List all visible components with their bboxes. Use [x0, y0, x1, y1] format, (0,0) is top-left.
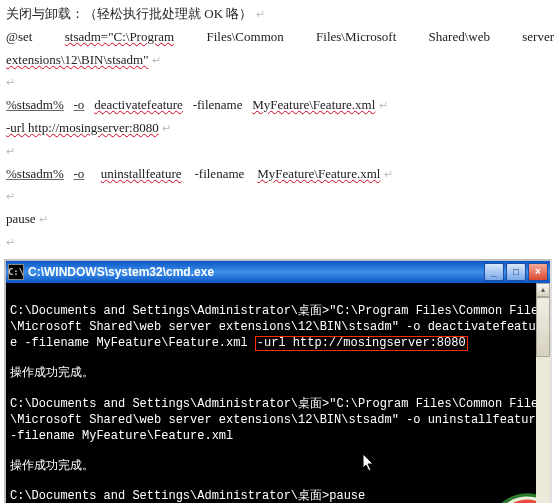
t: %stsadm% [6, 166, 64, 181]
console-line: C:\Documents and Settings\Administrator\… [10, 488, 546, 503]
scroll-thumb[interactable] [536, 297, 550, 357]
blank-para: ↵ [6, 72, 554, 93]
console-line-success: 操作成功完成。 [10, 458, 546, 474]
para-mark: ↵ [384, 168, 393, 180]
t: pause [6, 211, 36, 226]
console-line: C:\Documents and Settings\Administrator\… [10, 396, 546, 445]
t: -filename [193, 97, 243, 112]
scroll-up-button[interactable]: ▴ [536, 283, 550, 297]
t: MyFeature\Feature.xml [252, 97, 375, 112]
window-title: C:\WINDOWS\system32\cmd.exe [28, 265, 484, 279]
document-area: 关闭与卸载：（轻松执行批处理就 OK 咯） ↵ @set stsadm="C:\… [0, 0, 560, 253]
t: -filename [194, 166, 244, 181]
highlighted-url: -url http://mosingserver:8080 [255, 336, 468, 351]
blank-para: ↵ [6, 232, 554, 253]
t: Files\Common [206, 29, 283, 44]
para-mark: ↵ [379, 99, 388, 111]
para-mark: ↵ [162, 122, 171, 134]
t-stsadm: stsadm="C:\Program [65, 29, 174, 44]
titlebar[interactable]: C:\ C:\WINDOWS\system32\cmd.exe _ □ × [6, 261, 550, 283]
blank-para: ↵ [6, 141, 554, 162]
para-mark: ↵ [6, 190, 15, 202]
t: %stsadm% [6, 97, 64, 112]
minimize-button[interactable]: _ [484, 263, 504, 281]
code-line-5: %stsadm% -o uninstallfeature -filename M… [6, 164, 554, 185]
para-mark: ↵ [256, 8, 265, 20]
t: MyFeature\Feature.xml [257, 166, 380, 181]
code-line-2: extensions\12\BIN\stsadm" ↵ [6, 50, 554, 71]
code-line-4: -url http://mosingserver:8080 ↵ [6, 118, 554, 139]
window-buttons: _ □ × [484, 263, 548, 281]
t: extensions\12\BIN\stsadm" [6, 52, 149, 67]
vertical-scrollbar[interactable]: ▴ ▾ [536, 283, 550, 503]
para-mark: ↵ [6, 76, 15, 88]
t: -o [74, 97, 85, 112]
para-mark: ↵ [6, 236, 15, 248]
maximize-button[interactable]: □ [506, 263, 526, 281]
t: @set [6, 29, 32, 44]
t: Files\Microsoft [316, 29, 396, 44]
console-line-success: 操作成功完成。 [10, 365, 546, 381]
code-line-1: @set stsadm="C:\Program Files\Common Fil… [6, 27, 554, 48]
cmd-icon: C:\ [8, 264, 24, 280]
para-mark: ↵ [6, 145, 15, 157]
close-button[interactable]: × [528, 263, 548, 281]
para-mark: ↵ [39, 213, 48, 225]
code-line-6: pause ↵ [6, 209, 554, 230]
t: server [522, 29, 554, 44]
console-output[interactable]: C:\Documents and Settings\Administrator\… [6, 283, 550, 503]
t: -url http://mosingserver:8080 [6, 120, 159, 135]
code-line-3: %stsadm% -o deactivatefeature -filename … [6, 95, 554, 116]
t: uninstallfeature [101, 166, 182, 181]
para-mark: ↵ [152, 54, 161, 66]
cmd-window: C:\ C:\WINDOWS\system32\cmd.exe _ □ × C:… [4, 259, 552, 503]
t: Shared\web [429, 29, 490, 44]
blank-para: ↵ [6, 186, 554, 207]
heading-text: 关闭与卸载：（轻松执行批处理就 OK 咯） [6, 6, 252, 21]
heading-red: 关闭与卸载：（轻松执行批处理就 OK 咯） ↵ [6, 4, 554, 25]
t: -o [74, 166, 85, 181]
console-line: C:\Documents and Settings\Administrator\… [10, 303, 546, 352]
t: deactivatefeature [94, 97, 183, 112]
